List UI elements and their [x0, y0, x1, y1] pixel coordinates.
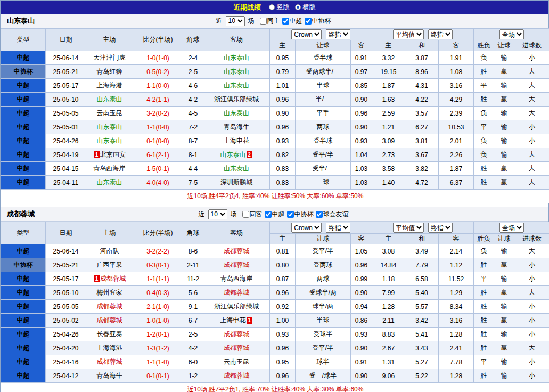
match-row[interactable]: 中超 25-06-14 河南队 3-2(2-2) 8-6 成都蓉城 0.81 受… [1, 244, 549, 258]
asian-final-select[interactable]: 终指 [326, 223, 350, 233]
euro-final-select[interactable]: 终指 [428, 29, 453, 39]
team-link[interactable]: 上海海港 [97, 81, 122, 89]
team-link[interactable]: 成都蓉城 [224, 330, 249, 338]
team-link[interactable]: 青岛西海岸 [94, 165, 126, 172]
average-select[interactable]: 平均值 [393, 29, 424, 39]
filter-checkbox[interactable]: 中超 [282, 17, 302, 26]
score-link[interactable]: 1-1(1-1) [146, 275, 169, 283]
score-link[interactable]: 0-3(0-1) [146, 262, 169, 269]
match-row[interactable]: 中超 25-04-19 1北京国安 6-1(2-1) 8-1 山东泰山2 0.8… [1, 148, 549, 162]
filter-checkbox[interactable]: 中协杯 [305, 17, 331, 26]
match-row[interactable]: 中协杯 25-05-21 青岛红狮 0-5(0-2) 2-5 山东泰山 0.79… [1, 65, 549, 79]
score-link[interactable]: 6-1(2-1) [146, 151, 169, 159]
team-link[interactable]: 山东泰山 [97, 95, 122, 103]
team-link[interactable]: 成都蓉城 [97, 316, 122, 324]
games-count-select[interactable]: 10 [208, 209, 227, 219]
match-row[interactable]: 中超 25-05-10 山东泰山 4-2(1-1) 4-2 浙江俱乐部绿城 0.… [1, 93, 549, 107]
filter-checkbox-input[interactable] [260, 18, 267, 24]
team-link[interactable]: 成都蓉城 [97, 358, 122, 365]
team-link[interactable]: 青岛红狮 [97, 68, 122, 75]
score-link[interactable]: 4-0(4-0) [146, 179, 169, 186]
team-link[interactable]: 山东泰山 [224, 165, 249, 172]
team-link[interactable]: 山东泰山 [224, 109, 249, 117]
filter-checkbox-input[interactable] [282, 18, 289, 24]
team-link[interactable]: 山东泰山 [97, 137, 122, 144]
filter-checkbox-input[interactable] [287, 211, 294, 218]
team-link[interactable]: 青岛海牛 [224, 123, 249, 130]
team-link[interactable]: 山东泰山 [224, 81, 249, 89]
match-row[interactable]: 中超 25-05-10 梅州客家 0-4(0-3) 5-6 成都蓉城 0.96 … [1, 286, 549, 300]
euro-final-select[interactable]: 终指 [428, 223, 453, 233]
scope-select[interactable]: 全场 [499, 223, 524, 233]
bookmaker-select[interactable]: Crown [291, 29, 322, 39]
scope-select[interactable]: 全场 [499, 29, 524, 39]
filter-checkbox[interactable]: 同主 [260, 17, 280, 26]
score-link[interactable]: 1-3(1-2) [146, 345, 169, 352]
score-link[interactable]: 3-2(2-2) [146, 248, 169, 255]
score-link[interactable]: 1-2(0-1) [146, 331, 169, 338]
team-link[interactable]: 山东泰山 [224, 54, 249, 61]
team-link[interactable]: 北京国安 [100, 151, 126, 158]
match-row[interactable]: 中超 25-04-12 青岛海牛 0-1(0-1) 1-2 成都蓉城 0.96 … [1, 369, 549, 383]
team-link[interactable]: 浙江俱乐部绿城 [214, 95, 259, 103]
team-link[interactable]: 云南玉昆 [224, 358, 249, 365]
match-row[interactable]: 中超 25-05-01 山东泰山 1-1(0-0) 7-2 青岛海牛 0.96 … [1, 120, 549, 134]
team-link[interactable]: 广西平果 [97, 261, 122, 268]
score-link[interactable]: 0-5(0-2) [146, 68, 169, 76]
score-link[interactable]: 1-5(0-1) [146, 165, 169, 173]
match-row[interactable]: 中超 25-05-02 成都蓉城 1-0(1-0) 6-7 上海申花1 1.00… [1, 314, 549, 328]
team-link[interactable]: 浙江俱乐部绿城 [214, 303, 259, 310]
team-link[interactable]: 山东泰山 [97, 178, 122, 186]
filter-checkbox[interactable]: 中超 [265, 210, 285, 219]
filter-checkbox-input[interactable] [242, 211, 249, 218]
games-count-select[interactable]: 10 [226, 16, 245, 26]
team-link[interactable]: 青岛海牛 [97, 372, 122, 379]
team-link[interactable]: 成都蓉城 [224, 372, 249, 379]
score-link[interactable]: 2-1(1-0) [146, 303, 169, 311]
team-link[interactable]: 成都蓉城 [97, 303, 122, 310]
team-link[interactable]: 天津津门虎 [94, 54, 126, 61]
match-row[interactable]: 中超 25-05-17 上海海港 1-1(0-0) 4-6 山东泰山 1.01 … [1, 79, 549, 93]
team-link[interactable]: 云南玉昆 [97, 109, 122, 117]
team-link[interactable]: 成都蓉城 [224, 289, 249, 296]
match-row[interactable]: 中协杯 25-05-21 广西平果 0-3(0-1) 2-11 成都蓉城 0.8… [1, 258, 549, 272]
asian-final-select[interactable]: 终指 [326, 29, 350, 39]
team-link[interactable]: 成都蓉城 [224, 247, 249, 255]
team-link[interactable]: 山东泰山 [220, 151, 246, 158]
team-link[interactable]: 成都蓉城 [224, 344, 249, 352]
team-link[interactable]: 长春亚泰 [97, 330, 122, 338]
team-link[interactable]: 上海海港 [97, 344, 122, 352]
match-row[interactable]: 中超 25-04-26 长春亚泰 1-2(0-1) 2-5 成都蓉城 0.93 … [1, 328, 549, 341]
bookmaker-select[interactable]: Crown [291, 223, 322, 233]
score-link[interactable]: 1-1(0-0) [146, 124, 169, 131]
score-link[interactable]: 1-1(0-0) [146, 82, 169, 89]
score-link[interactable]: 4-2(1-1) [146, 96, 169, 103]
match-row[interactable]: 中超 25-04-15 青岛西海岸 1-5(0-1) 4-4 山东泰山 0.83… [1, 162, 549, 176]
team-link[interactable]: 河南队 [100, 247, 119, 255]
team-link[interactable]: 成都蓉城 [224, 261, 249, 268]
team-link[interactable]: 青岛西海岸 [220, 275, 252, 282]
match-row[interactable]: 中超 25-04-16 成都蓉城 1-1(1-0) 6-0 云南玉昆 0.95 … [1, 355, 549, 369]
match-row[interactable]: 中超 25-05-05 云南玉昆 3-2(0-2) 4-5 山东泰山 0.90 … [1, 107, 549, 120]
score-link[interactable]: 1-1(1-0) [146, 358, 169, 366]
team-link[interactable]: 梅州客家 [97, 289, 122, 296]
filter-checkbox[interactable]: 球会友谊 [316, 210, 349, 219]
layout-radio-vertical[interactable]: 竖版 [269, 3, 290, 12]
score-link[interactable]: 1-0(1-0) [146, 317, 169, 324]
team-link[interactable]: 成都蓉城 [100, 275, 126, 282]
layout-radio-horizontal[interactable]: 横版 [295, 3, 316, 12]
team-link[interactable]: 上海申花 [224, 137, 249, 144]
filter-checkbox[interactable]: 中协杯 [287, 210, 314, 219]
score-link[interactable]: 0-1(0-0) [146, 137, 169, 145]
match-row[interactable]: 中超 25-04-26 山东泰山 0-1(0-0) 8-7 上海申花 0.93 … [1, 134, 549, 148]
match-row[interactable]: 中超 25-05-05 成都蓉城 2-1(1-0) 9-1 浙江俱乐部绿城 0.… [1, 300, 549, 314]
team-link[interactable]: 深圳新鹏城 [220, 178, 252, 186]
team-link[interactable]: 上海申花 [220, 316, 246, 324]
match-row[interactable]: 中超 25-04-11 山东泰山 4-0(4-0) 7-5 深圳新鹏城 0.83… [1, 176, 549, 190]
match-row[interactable]: 中超 25-05-17 1成都蓉城 1-1(1-1) 11-2 青岛西海岸 0.… [1, 272, 549, 286]
filter-checkbox-input[interactable] [265, 211, 272, 218]
team-link[interactable]: 山东泰山 [224, 68, 249, 75]
team-link[interactable]: 山东泰山 [97, 123, 122, 130]
score-link[interactable]: 3-2(0-2) [146, 110, 169, 117]
match-row[interactable]: 中超 25-04-20 上海海港 1-3(1-2) 4-2 成都蓉城 0.96 … [1, 341, 549, 355]
